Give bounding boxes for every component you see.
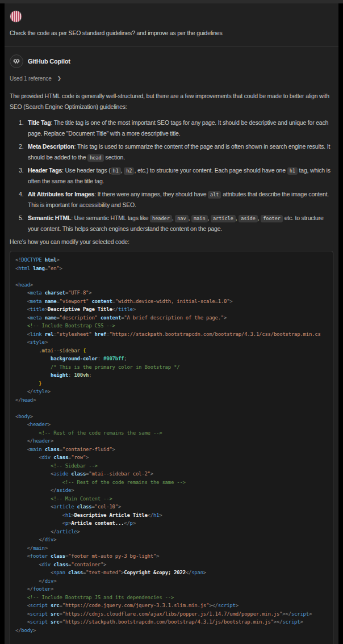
code-line: <!-- Sidebar --> (15, 462, 333, 470)
code-line: <!-- Rest of the code remains the same -… (15, 478, 333, 487)
seo-list: 1.Title Tag: The title tag is one of the… (10, 117, 333, 234)
inline-code-chip: alt (208, 191, 221, 199)
list-item: 4.Alt Attributes for Images: If there we… (19, 189, 333, 211)
code-line: <!-- Main Content --> (15, 495, 333, 503)
code-line: <script src="https://stackpath.bootstrap… (15, 618, 333, 626)
code-line: </aside> (15, 486, 333, 495)
list-item: 3.Header Tags: Use header tags (h1, h2, … (19, 165, 333, 187)
code-line: <meta name="viewport" content="width=dev… (15, 297, 333, 306)
code-line: <!-- Include Bootstrap CSS --> (15, 322, 333, 330)
code-line: /* This is the primary color in Bootstra… (15, 363, 333, 372)
code-line: </article> (15, 528, 333, 536)
code-line (15, 634, 333, 643)
inline-code-chip: h1 (287, 167, 298, 175)
assistant-name: GitHub Copilot (28, 56, 70, 67)
code-line: <main class="container-fluid"> (15, 445, 333, 454)
code-line: </main> (15, 544, 333, 553)
code-line: height: 100vh; (15, 371, 333, 380)
user-avatar (10, 10, 22, 23)
references-label: Used 1 reference (10, 73, 52, 84)
inline-code-chip: h2 (124, 167, 134, 175)
code-line: </header> (15, 437, 333, 445)
inline-code-chip: head (87, 154, 103, 162)
references-toggle[interactable]: Used 1 reference ❯ (10, 73, 333, 84)
code-line: } (15, 380, 333, 388)
code-line: </div> (15, 536, 333, 544)
intro-paragraph: The provided HTML code is generally well… (10, 91, 333, 112)
code-line: background-color: #007bff; (15, 355, 333, 363)
user-message: Check the code as per SEO standard guide… (10, 28, 333, 39)
code-line: <p>Article content...</p> (15, 519, 333, 528)
chat-panel: Check the code as per SEO standard guide… (5, 3, 338, 644)
code-line: </head> (15, 396, 333, 405)
code-intro-paragraph: Here's how you can modify your selected … (10, 237, 333, 247)
code-line: <header> (15, 420, 333, 429)
code-line: <div class="container"> (15, 561, 333, 569)
code-line: <meta charset="UTF-8"> (15, 289, 333, 297)
code-line (15, 272, 333, 281)
assistant-header: GitHub Copilot (10, 54, 333, 68)
inline-code-chip: footer (261, 215, 283, 222)
list-item: 1.Title Tag: The title tag is one of the… (19, 117, 333, 139)
code-line: <aside class="mtai--sidebar col-2"> (15, 470, 333, 478)
code-line: <!-- Rest of the code remains the same -… (15, 429, 333, 437)
code-line: <div class="row"> (15, 453, 333, 462)
code-line: <footer class="footer mt-auto py-3 bg-li… (15, 552, 333, 561)
code-line: <article class="col-10"> (15, 503, 333, 511)
list-item: 2.Meta Description: This tag is used to … (19, 141, 333, 163)
code-line: <link rel="stylesheet" href="https://sta… (15, 330, 333, 339)
code-block[interactable]: <!DOCTYPE html><html lang="en"> <head> <… (10, 251, 333, 644)
code-line (15, 404, 333, 413)
code-content: <!DOCTYPE html><html lang="en"> <head> <… (15, 256, 333, 644)
code-line: <span class="text-muted">Copyright &copy… (15, 569, 333, 577)
code-line: .mtai--sidebar { (15, 347, 333, 355)
inline-code-chip: main (191, 215, 207, 222)
code-line: <h1>Descriptive Article Title</h1> (15, 511, 333, 520)
code-line: <title>Descriptive Page Title</title> (15, 305, 333, 314)
code-line: <meta name="description" content="A brie… (15, 314, 333, 322)
message-divider (5, 46, 338, 47)
code-line: </div> (15, 577, 333, 586)
inline-code-chip: nav (175, 215, 188, 222)
code-line: <head> (15, 281, 333, 289)
inline-code-chip: article (211, 215, 236, 222)
code-line: </footer> (15, 585, 333, 594)
code-line: <script src="https://code.jquery.com/jqu… (15, 601, 333, 610)
list-item: 5.Semantic HTML: Use semantic HTML tags … (19, 213, 333, 234)
inline-code-chip: header (150, 215, 172, 222)
code-line: </body> (15, 626, 333, 635)
copilot-icon (10, 54, 23, 68)
code-line: <!DOCTYPE html> (15, 256, 333, 264)
chevron-right-icon: ❯ (57, 73, 61, 84)
code-line: <!-- Include Bootstrap JS and its depend… (15, 594, 333, 602)
code-line: <script src="https://cdnjs.cloudflare.co… (15, 610, 333, 618)
code-line: <body> (15, 413, 333, 421)
inline-code-chip: aside (239, 215, 258, 222)
inline-code-chip: h1 (111, 167, 121, 175)
code-line: <html lang="en"> (15, 264, 333, 273)
code-line: </style> (15, 388, 333, 396)
code-line: <style> (15, 338, 333, 347)
